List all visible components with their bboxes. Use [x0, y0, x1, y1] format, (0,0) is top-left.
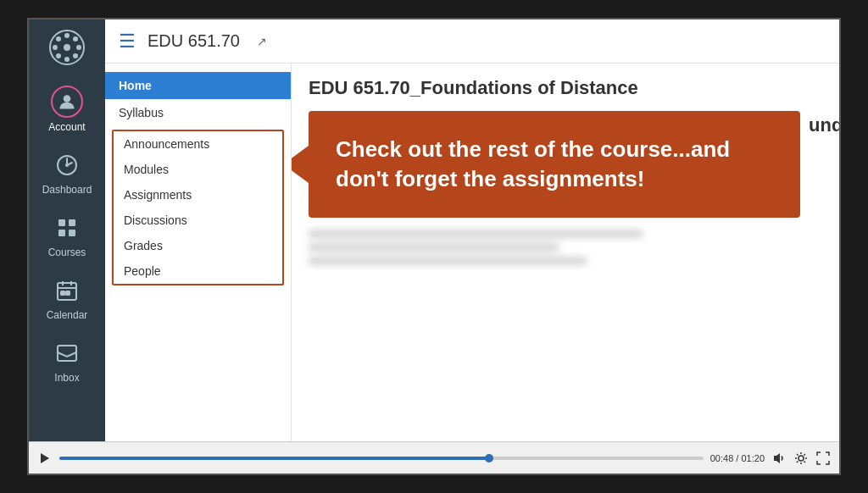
- svg-point-12: [65, 163, 69, 167]
- callout-box: Check out the rest of the course...and d…: [309, 111, 800, 218]
- partial-course-title: undati: [809, 111, 839, 136]
- svg-point-9: [56, 53, 61, 58]
- svg-point-5: [76, 45, 81, 50]
- fullscreen-icon[interactable]: [815, 451, 831, 466]
- svg-marker-25: [774, 453, 780, 463]
- volume-icon[interactable]: [771, 451, 787, 466]
- sidebar-item-calendar[interactable]: Calendar: [29, 267, 105, 330]
- course-content: EDU 651.70_Foundations of Distance Check…: [292, 64, 839, 441]
- sidebar-label-courses: Courses: [48, 246, 86, 258]
- progress-dot: [485, 454, 493, 463]
- svg-rect-15: [58, 230, 65, 236]
- sidebar-label-account: Account: [48, 121, 85, 133]
- course-title: EDU 651.70_Foundations of Distance: [309, 77, 839, 99]
- dashboard-icon: [52, 150, 82, 180]
- sidebar-item-dashboard[interactable]: Dashboard: [29, 141, 105, 204]
- course-nav: Home Syllabus Announcements Modules Assi…: [105, 64, 292, 441]
- callout-arrow: [292, 146, 309, 183]
- canvas-logo[interactable]: [46, 26, 88, 69]
- course-nav-group: Announcements Modules Assignments Discus…: [112, 130, 284, 285]
- svg-point-10: [64, 95, 71, 102]
- time-current: 00:48: [710, 453, 734, 463]
- nav-item-assignments[interactable]: Assignments: [114, 182, 282, 208]
- svg-point-2: [64, 33, 70, 38]
- video-content: Account Dashboard: [29, 19, 839, 441]
- nav-item-grades[interactable]: Grades: [114, 233, 282, 258]
- cursor-icon: ↗: [257, 35, 267, 48]
- video-container: Account Dashboard: [27, 18, 841, 475]
- svg-rect-22: [66, 291, 70, 295]
- time-display: 00:48 / 01:20: [710, 453, 765, 463]
- main-area: ☰ EDU 651.70 ↗ Home Syllabus Announcemen…: [105, 19, 839, 441]
- inbox-icon: [52, 338, 82, 368]
- courses-icon: [52, 213, 82, 243]
- sidebar-item-account[interactable]: Account: [29, 77, 105, 141]
- video-controls: 00:48 / 01:20: [29, 441, 839, 474]
- nav-item-home[interactable]: Home: [105, 72, 291, 99]
- callout-text: Check out the rest of the course...and d…: [336, 136, 730, 191]
- hamburger-icon[interactable]: ☰: [119, 30, 136, 53]
- header-title: EDU 651.70: [147, 31, 240, 51]
- content-body: Home Syllabus Announcements Modules Assi…: [105, 64, 839, 441]
- progress-bar[interactable]: [59, 457, 704, 460]
- play-button[interactable]: [37, 451, 53, 466]
- nav-item-discussions[interactable]: Discussions: [114, 208, 282, 233]
- svg-point-26: [798, 456, 804, 461]
- sidebar-item-courses[interactable]: Courses: [29, 204, 105, 267]
- progress-fill: [59, 457, 489, 460]
- sidebar-label-calendar: Calendar: [47, 309, 88, 321]
- settings-icon[interactable]: [793, 451, 809, 466]
- header: ☰ EDU 651.70 ↗: [105, 19, 839, 64]
- sidebar-item-inbox[interactable]: Inbox: [29, 330, 105, 392]
- svg-point-1: [64, 44, 70, 51]
- sidebar: Account Dashboard: [29, 19, 105, 441]
- nav-item-people[interactable]: People: [114, 258, 282, 284]
- sidebar-label-inbox: Inbox: [54, 372, 79, 384]
- svg-rect-13: [58, 219, 65, 226]
- svg-point-7: [73, 53, 78, 58]
- svg-marker-24: [41, 453, 49, 463]
- sidebar-label-dashboard: Dashboard: [42, 184, 92, 196]
- svg-rect-14: [69, 219, 75, 226]
- svg-point-3: [64, 57, 70, 62]
- calendar-icon: [52, 275, 82, 306]
- blurred-content: [309, 230, 839, 265]
- nav-item-modules[interactable]: Modules: [114, 157, 282, 182]
- svg-point-6: [56, 36, 61, 42]
- svg-point-4: [53, 45, 58, 50]
- nav-item-announcements[interactable]: Announcements: [114, 131, 282, 157]
- time-total: 01:20: [741, 453, 765, 463]
- svg-rect-21: [61, 291, 64, 295]
- svg-point-8: [73, 36, 78, 42]
- nav-item-syllabus[interactable]: Syllabus: [105, 99, 291, 126]
- account-avatar: [51, 86, 83, 118]
- svg-rect-16: [69, 230, 75, 236]
